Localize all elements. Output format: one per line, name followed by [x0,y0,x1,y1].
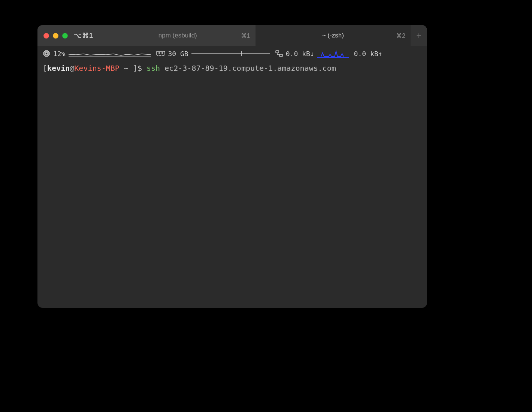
ram-icon [156,50,165,57]
terminal-body[interactable]: [kevin@Kevins-MBP ~ ]$ ssh ec2-3-87-89-1… [37,61,427,79]
net-up-label: 0.0 kB↑ [354,50,383,58]
prompt-open-bracket: [ [43,64,47,73]
command-program: ssh [146,64,160,73]
net-down-stat: 0.0 kB↓ [275,49,349,58]
prompt-host: Kevins-MBP [74,64,119,73]
status-bar: 12% 30 [37,46,427,61]
svg-rect-25 [276,51,279,53]
cpu-icon [43,50,50,57]
prompt-symbol: $ [137,64,142,73]
tab-bar: npm (esbuild) ⌘1 ~ (-zsh) ⌘2 [100,25,411,46]
memory-label: 30 GB [168,50,188,58]
cpu-label: 12% [53,50,66,58]
svg-rect-0 [44,51,49,56]
net-down-label: 0.0 kB↓ [286,50,314,58]
terminal-window: ⌥⌘1 npm (esbuild) ⌘1 ~ (-zsh) ⌘2 + [37,25,427,308]
plus-icon: + [416,30,421,41]
memory-stat: 30 GB [156,50,270,58]
tab-shortcut: ⌘2 [396,32,405,39]
tab-title: npm (esbuild) [100,32,256,39]
command-argument: ec2-3-87-89-19.compute-1.amazonaws.com [164,64,336,73]
tab-shortcut: ⌘1 [241,32,250,39]
minimize-icon[interactable] [53,33,58,39]
memory-meter [191,53,270,54]
prompt-close-bracket: ] [133,64,137,73]
profile-hotkey-label: ⌥⌘1 [72,31,93,40]
window-controls: ⌥⌘1 [37,25,100,46]
tab-title: ~ (-zsh) [256,32,411,39]
net-icon [275,50,283,57]
svg-rect-1 [45,52,48,55]
prompt-at: @ [70,64,74,73]
net-up-stat: 0.0 kB↑ [354,50,383,58]
prompt-path: ~ [124,64,129,73]
net-sparkline [317,49,349,58]
cpu-stat: 12% [43,50,151,58]
svg-rect-26 [279,54,282,57]
tab-zsh[interactable]: ~ (-zsh) ⌘2 [256,25,411,46]
new-tab-button[interactable]: + [411,25,427,46]
prompt-user: kevin [47,64,70,73]
zoom-icon[interactable] [62,33,68,39]
cpu-sparkline [69,50,151,57]
close-icon[interactable] [43,33,49,39]
titlebar: ⌥⌘1 npm (esbuild) ⌘1 ~ (-zsh) ⌘2 + [37,25,427,46]
tab-npm-esbuild[interactable]: npm (esbuild) ⌘1 [100,25,256,46]
